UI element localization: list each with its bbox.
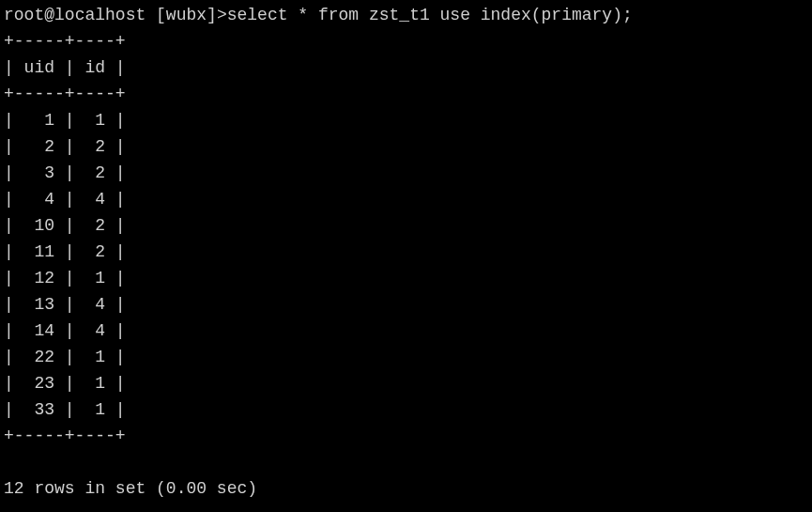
table-row: | 14 | 4 |	[4, 321, 126, 340]
table-border: +-----+----+	[4, 427, 126, 445]
table-row: | 13 | 4 |	[4, 295, 126, 314]
status-row-count: 12	[4, 479, 24, 498]
prompt-db-open: [	[146, 6, 166, 24]
table-row: | 3 | 2 |	[4, 163, 126, 182]
table-row: | 12 | 1 |	[4, 269, 126, 287]
table-row: | 1 | 1 |	[4, 111, 126, 130]
table-row: | 23 | 1 |	[4, 374, 126, 393]
sql-command[interactable]: select * from zst_t1 use index(primary);	[227, 6, 633, 24]
prompt-user: root	[4, 6, 44, 24]
prompt-host: localhost	[54, 6, 146, 24]
table-row: | 11 | 2 |	[4, 242, 126, 261]
prompt-sep-at: @	[44, 6, 54, 24]
status-end: sec)	[207, 479, 257, 498]
status-mid: rows in set (	[24, 479, 166, 498]
prompt-db-close: ]	[207, 6, 217, 24]
table-border: +-----+----+	[4, 85, 126, 103]
table-row: | 22 | 1 |	[4, 348, 126, 366]
prompt-db: wubx	[166, 6, 207, 24]
prompt-arrow: >	[217, 6, 227, 24]
status-line: 12 rows in set (0.00 sec)	[4, 479, 257, 498]
terminal-output: root@localhost [wubx]>select * from zst_…	[0, 0, 812, 504]
table-row: | 2 | 2 |	[4, 137, 126, 156]
table-row: | 4 | 4 |	[4, 190, 126, 209]
table-border: +-----+----+	[4, 32, 126, 51]
table-header-row: | uid | id |	[4, 58, 126, 77]
table-row: | 10 | 2 |	[4, 216, 126, 235]
table-row: | 33 | 1 |	[4, 400, 126, 419]
result-table: +-----+----+ | uid | id | +-----+----+ |…	[4, 32, 126, 445]
status-time: 0.00	[166, 479, 207, 498]
